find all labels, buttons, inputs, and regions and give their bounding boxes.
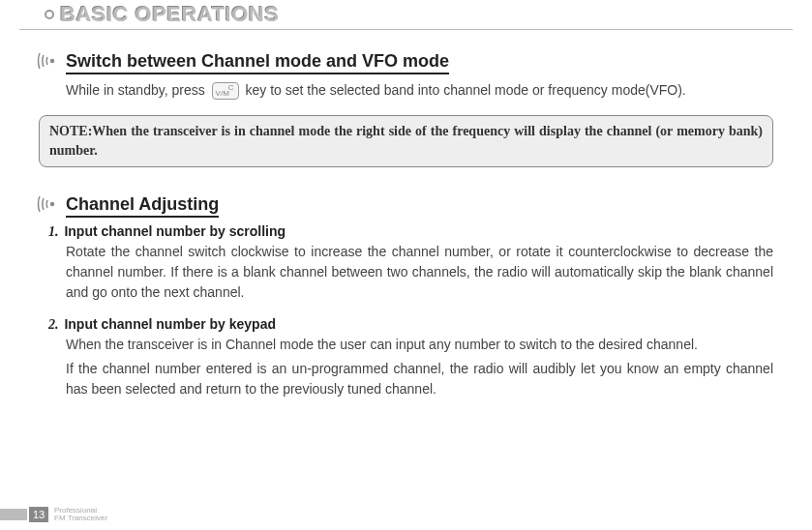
sub-item-2-body: When the transceiver is in Channel mode … — [66, 335, 773, 399]
page-footer: 13 Professional FM Transceiver — [0, 507, 107, 522]
sub-item-2-head: 2. Input channel number by keypad — [48, 316, 773, 333]
svg-point-0 — [50, 59, 54, 63]
page-number: 13 — [29, 507, 48, 522]
sub-item-1: 1. Input channel number by scrolling Rot… — [48, 223, 773, 303]
footer-text: Professional FM Transceiver — [54, 507, 107, 522]
note-text: NOTE:When the transceiver is in channel … — [49, 124, 763, 158]
section-switch-mode-heading: Switch between Channel mode and VFO mode — [37, 51, 793, 74]
signal-icon — [37, 194, 60, 214]
vm-key-icon — [212, 82, 239, 100]
bullet-icon — [45, 10, 54, 19]
section-switch-mode-title: Switch between Channel mode and VFO mode — [66, 51, 449, 74]
body-pre: While in standby, press — [66, 82, 209, 98]
sub-item-2: 2. Input channel number by keypad When t… — [48, 316, 773, 399]
section-channel-adjusting-heading: Channel Adjusting — [37, 194, 793, 218]
sub-item-2-num: 2. — [48, 317, 59, 332]
chapter-title: BASIC OPERATIONS — [60, 2, 279, 27]
sub-item-1-head: 1. Input channel number by scrolling — [48, 223, 773, 240]
chapter-header: BASIC OPERATIONS — [19, 0, 793, 30]
sub-item-2-title: Input channel number by keypad — [64, 316, 276, 332]
note-box: NOTE:When the transceiver is in channel … — [39, 115, 773, 168]
section-channel-adjusting-title: Channel Adjusting — [66, 194, 219, 218]
sub-item-1-title: Input channel number by scrolling — [64, 223, 286, 239]
body-post: key to set the selected band into channe… — [245, 82, 685, 98]
section-switch-mode-body: While in standby, press key to set the s… — [66, 80, 754, 102]
signal-icon — [37, 51, 60, 71]
footer-bar — [0, 509, 27, 520]
svg-point-1 — [50, 202, 54, 206]
sub-item-1-body: Rotate the channel switch clockwise to i… — [66, 242, 773, 303]
sub-item-1-num: 1. — [48, 224, 59, 239]
